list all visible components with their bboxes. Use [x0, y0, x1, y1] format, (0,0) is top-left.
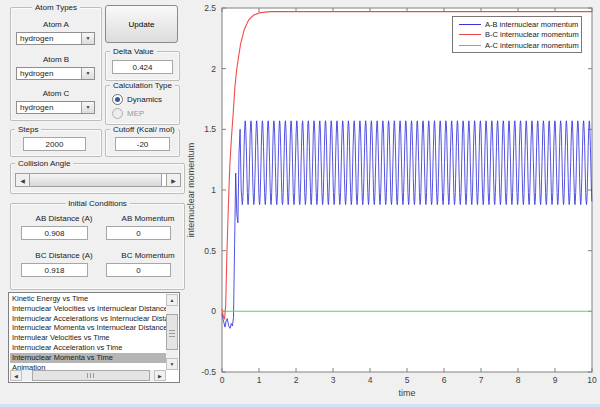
- scroll-left-icon[interactable]: ◀: [10, 370, 22, 381]
- atom-c-label: Atom C: [43, 89, 70, 98]
- svg-text:time: time: [398, 388, 415, 398]
- svg-text:-0.5: -0.5: [201, 367, 216, 377]
- listbox-horizontal-scrollbar[interactable]: ◀ ▶: [10, 370, 166, 381]
- steps-panel: Steps: [10, 129, 102, 157]
- atom-b-select[interactable]: hydrogen▼: [16, 67, 95, 80]
- scroll-right-icon[interactable]: ▶: [154, 370, 166, 381]
- listbox-vertical-scrollbar[interactable]: ▲ ▼: [166, 294, 178, 370]
- mep-radio[interactable]: MEP: [112, 108, 144, 119]
- svg-text:3: 3: [331, 375, 336, 385]
- svg-text:10: 10: [587, 375, 597, 385]
- list-item[interactable]: Internuclear Accelerations vs Internucle…: [10, 314, 166, 324]
- list-item[interactable]: Internuclear Momenta vs Internuclear Dis…: [10, 323, 166, 333]
- svg-text:1.5: 1.5: [204, 124, 216, 134]
- legend-line-sample: [459, 24, 481, 25]
- steps-title: Steps: [15, 125, 41, 134]
- delta-value-panel: Delta Value: [105, 51, 180, 81]
- collision-angle-panel: Collision Angle ◀ ▶: [10, 163, 185, 194]
- list-item[interactable]: Internuclear Velocities vs Internuclear …: [10, 304, 166, 314]
- simulation-window: 012345678910-0.500.511.522.5timeinternuc…: [0, 0, 600, 407]
- scroll-down-icon[interactable]: ▼: [166, 358, 178, 370]
- list-item[interactable]: Internuclear Momenta vs Time: [10, 353, 166, 363]
- svg-text:internuclear momentum: internuclear momentum: [186, 143, 196, 238]
- initial-conditions-title: Initial Conditions: [65, 199, 130, 208]
- mep-radio-label: MEP: [127, 109, 144, 118]
- ab-distance-label: AB Distance (A): [36, 214, 93, 223]
- svg-text:2.5: 2.5: [204, 3, 216, 13]
- list-item[interactable]: Internuclear Acceleration vs Time: [10, 343, 166, 353]
- slider-right-arrow-icon[interactable]: ▶: [166, 174, 180, 186]
- slider-left-arrow-icon[interactable]: ◀: [16, 174, 30, 186]
- bc-distance-label: BC Distance (A): [35, 251, 92, 260]
- svg-text:5: 5: [405, 375, 410, 385]
- ab-momentum-label: AB Momentum: [122, 214, 175, 223]
- svg-text:2: 2: [294, 375, 299, 385]
- radio-unselected-icon: [112, 108, 123, 119]
- calculation-type-title: Calculation Type: [110, 81, 175, 90]
- chevron-down-icon[interactable]: ▼: [81, 102, 94, 113]
- update-button[interactable]: Update: [105, 5, 178, 43]
- svg-text:1: 1: [211, 185, 216, 195]
- list-item[interactable]: Kinetic Energy vs Time: [10, 294, 166, 304]
- collision-angle-title: Collision Angle: [15, 159, 73, 168]
- legend-line-sample: [459, 45, 481, 46]
- chevron-down-icon[interactable]: ▼: [81, 68, 94, 79]
- vscroll-thumb[interactable]: [166, 314, 178, 350]
- svg-text:0: 0: [211, 306, 216, 316]
- atom-b-label: Atom B: [43, 55, 69, 64]
- chart-legend: A-B internuclear momentumB-C internuclea…: [452, 16, 582, 53]
- ab-distance-field[interactable]: [21, 226, 88, 240]
- plot-type-listbox[interactable]: Kinetic Energy vs TimeInternuclear Veloc…: [8, 292, 180, 383]
- steps-field[interactable]: [23, 137, 86, 151]
- collision-angle-slider[interactable]: ◀ ▶: [15, 173, 181, 187]
- dynamics-radio[interactable]: Dynamics: [112, 94, 162, 105]
- initial-conditions-panel: Initial Conditions AB Distance (A) AB Mo…: [10, 203, 185, 290]
- cutoff-title: Cutoff (Kcal/ mol): [110, 125, 178, 134]
- bc-momentum-label: BC Momentum: [121, 251, 174, 260]
- radio-selected-icon: [112, 94, 123, 105]
- calculation-type-panel: Calculation Type Dynamics MEP: [105, 85, 180, 125]
- bc-distance-field[interactable]: [21, 263, 88, 277]
- atom-a-select[interactable]: hydrogen▼: [16, 32, 95, 45]
- list-item[interactable]: Internulear Velocities vs Time: [10, 333, 166, 343]
- ab-momentum-field[interactable]: [106, 226, 171, 240]
- delta-value-field[interactable]: [112, 60, 173, 74]
- legend-line-sample: [459, 34, 481, 35]
- svg-text:8: 8: [516, 375, 521, 385]
- svg-text:2: 2: [211, 64, 216, 74]
- legend-entry: A-B internuclear momentum: [453, 20, 581, 29]
- svg-text:9: 9: [553, 375, 558, 385]
- atom-types-title: Atom Types: [32, 3, 80, 12]
- svg-text:0: 0: [220, 375, 225, 385]
- svg-text:1: 1: [257, 375, 262, 385]
- cutoff-field[interactable]: [115, 137, 170, 151]
- legend-entry: B-C internuclear momentum: [453, 30, 581, 39]
- atom-c-select[interactable]: hydrogen▼: [16, 101, 95, 114]
- cutoff-panel: Cutoff (Kcal/ mol): [105, 129, 180, 157]
- svg-text:0.5: 0.5: [204, 246, 216, 256]
- scroll-up-icon[interactable]: ▲: [166, 294, 178, 306]
- delta-value-title: Delta Value: [110, 47, 157, 56]
- legend-entry: A-C internuclear momentum: [453, 41, 581, 50]
- slider-thumb[interactable]: [30, 174, 162, 186]
- atom-a-label: Atom A: [43, 20, 69, 29]
- bc-momentum-field[interactable]: [106, 263, 171, 277]
- hscroll-thumb[interactable]: [32, 370, 150, 381]
- dynamics-radio-label: Dynamics: [127, 95, 162, 104]
- atom-types-panel: Atom Types Atom Ahydrogen▼Atom Bhydrogen…: [10, 7, 102, 121]
- svg-text:4: 4: [368, 375, 373, 385]
- svg-text:6: 6: [442, 375, 447, 385]
- list-item[interactable]: Animation: [10, 363, 166, 370]
- chevron-down-icon[interactable]: ▼: [81, 33, 94, 44]
- svg-text:7: 7: [479, 375, 484, 385]
